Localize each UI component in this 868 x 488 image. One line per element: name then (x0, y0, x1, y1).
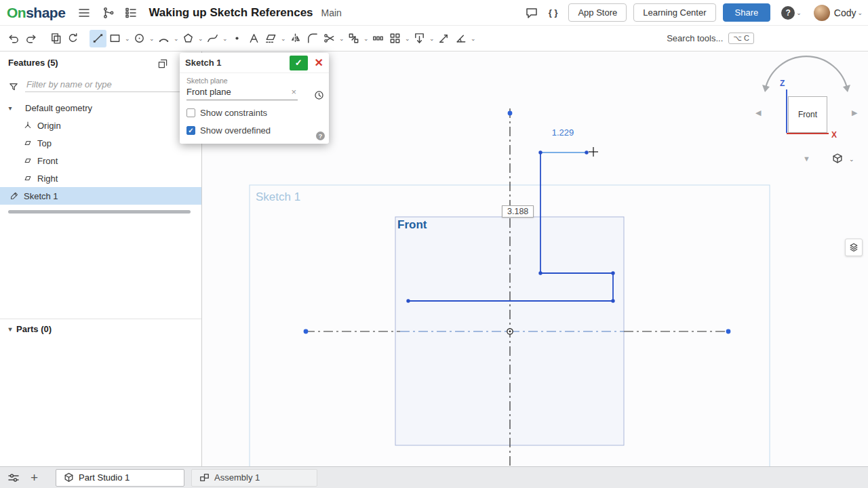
rectangle-tool-button[interactable] (106, 30, 123, 47)
rollback-bar[interactable] (8, 210, 191, 214)
parts-header[interactable]: ▾ Parts (0) (0, 319, 201, 338)
insert-image-tool-button[interactable] (411, 30, 428, 47)
main-menu-button[interactable] (77, 6, 91, 20)
user-name[interactable]: Cody (834, 7, 856, 18)
cube-icon (831, 152, 844, 165)
chevron-down-icon[interactable]: ⌄ (795, 9, 803, 16)
plane-icon (23, 156, 33, 165)
filter-input[interactable] (25, 77, 193, 92)
tab-part-studio-1[interactable]: Part Studio 1 (56, 469, 184, 487)
caret-down-icon[interactable]: ▾ (4, 325, 16, 333)
overdefined-dimension[interactable]: 3.188 (502, 205, 534, 218)
cancel-button[interactable]: ✕ (315, 56, 323, 69)
versions-button[interactable] (102, 6, 115, 20)
chevron-down-icon[interactable]: ⌄ (279, 35, 287, 42)
polygon-tool-button[interactable] (180, 30, 197, 47)
rotate-down-arrow-icon[interactable]: ▼ (803, 155, 810, 163)
tree-item-front-plane[interactable]: Front (0, 152, 201, 169)
tab-manager-button[interactable] (7, 471, 20, 485)
chevron-down-icon[interactable]: ⌄ (469, 35, 477, 42)
confirm-button[interactable]: ✓ (290, 56, 308, 70)
show-constraints-label: Show constraints (200, 108, 267, 118)
sketch-vertex[interactable] (611, 299, 614, 302)
chevron-down-icon[interactable]: ⌄ (428, 35, 435, 42)
chevron-down-icon[interactable]: ⌄ (148, 35, 155, 42)
chevron-down-icon[interactable]: ⌄ (848, 156, 856, 163)
new-tab-button[interactable]: + (31, 471, 38, 484)
construction-tool-icon (264, 32, 277, 45)
branch-selector[interactable]: Main (321, 7, 342, 18)
spline-tool-button[interactable] (204, 30, 221, 47)
rectangular-pattern-tool-button[interactable] (387, 30, 403, 47)
rotate-right-arrow-icon[interactable]: ▶ (852, 108, 857, 117)
reuse-button[interactable] (64, 30, 81, 47)
learning-center-button[interactable]: Learning Center (633, 3, 715, 22)
tree-item-default-geometry[interactable]: ▾ Default geometry (0, 99, 201, 117)
view-options-button[interactable] (831, 152, 844, 167)
feature-list-button[interactable] (124, 6, 138, 20)
parts-section: ▾ Parts (0) (0, 319, 201, 338)
tree-item-sketch-1[interactable]: Sketch 1 (0, 187, 201, 205)
tree-item-origin[interactable]: Origin (0, 117, 201, 134)
chevron-down-icon[interactable]: ⌄ (172, 35, 180, 42)
construction-tool-button[interactable] (262, 30, 279, 47)
help-button[interactable]: ? (781, 6, 795, 20)
sketch-vertex[interactable] (538, 271, 542, 274)
tree-item-right-plane[interactable]: Right (0, 169, 201, 187)
caret-down-icon[interactable]: ▾ (4, 104, 16, 112)
tab-assembly-1[interactable]: Assembly 1 (191, 469, 317, 487)
comments-button[interactable] (525, 6, 538, 20)
arc-tool-button[interactable] (155, 30, 172, 47)
display-panel-toggle[interactable] (845, 239, 863, 256)
circle-tool-button[interactable] (131, 30, 148, 47)
fillet-tool-button[interactable] (304, 30, 321, 47)
axis-endpoint[interactable] (508, 111, 513, 116)
search-tools[interactable]: Search tools... ⌥ C (667, 33, 754, 44)
rotate-left-arrow-icon[interactable]: ◀ (755, 108, 761, 117)
dimension-value[interactable]: 1.229 (539, 127, 587, 138)
chevron-down-icon[interactable]: ⌄ (362, 35, 370, 42)
chevron-down-icon[interactable]: ⌄ (221, 35, 229, 42)
angle-constraint-tool-button[interactable] (452, 30, 469, 47)
chevron-down-icon[interactable]: ⌄ (123, 35, 131, 42)
popout-panel-button[interactable] (157, 58, 168, 72)
copy-button[interactable] (47, 30, 64, 47)
selection-ring-button[interactable] (313, 89, 325, 104)
transform-tool-button[interactable] (345, 30, 362, 47)
app-store-button[interactable]: App Store (568, 3, 627, 22)
featurescript-icon[interactable]: { } (549, 7, 558, 18)
axis-endpoint[interactable] (726, 329, 731, 334)
clear-selection-icon[interactable]: × (290, 87, 298, 97)
chevron-down-icon[interactable]: ⌄ (338, 35, 345, 42)
avatar[interactable] (814, 5, 830, 21)
viewcube-front-face[interactable]: Front (788, 96, 827, 133)
sketch-plane-field[interactable]: Front plane × (186, 85, 298, 100)
chevron-down-icon[interactable]: ⌄ (856, 9, 864, 16)
insert-image-icon (413, 32, 426, 45)
features-panel-title: Features (5) (8, 58, 58, 68)
show-constraints-checkbox[interactable] (186, 108, 195, 117)
linear-pattern-tool-button[interactable] (370, 30, 387, 47)
point-tool-button[interactable] (229, 30, 245, 47)
dimension-tool-button[interactable] (435, 30, 452, 47)
sketch-vertex[interactable] (406, 299, 410, 302)
onshape-logo[interactable]: Onshape (7, 5, 65, 21)
sketch-vertex[interactable] (611, 271, 614, 274)
trim-tool-button[interactable] (321, 30, 338, 47)
redo-button[interactable] (22, 30, 39, 47)
sketch-vertex[interactable] (538, 150, 542, 154)
chevron-down-icon[interactable]: ⌄ (197, 35, 204, 42)
axis-endpoint[interactable] (304, 329, 309, 334)
tree-item-top-plane[interactable]: Top (0, 134, 201, 152)
sketch-vertex[interactable] (585, 150, 588, 154)
dialog-help-button[interactable]: ? (316, 131, 325, 140)
chevron-down-icon[interactable]: ⌄ (403, 35, 411, 42)
rotate-view-arc-icon[interactable] (745, 54, 868, 95)
undo-button[interactable] (5, 30, 22, 47)
mirror-tool-button[interactable] (287, 30, 304, 47)
share-button[interactable]: Share (723, 3, 771, 22)
document-title: Waking up Sketch References (149, 6, 313, 20)
text-tool-button[interactable] (245, 30, 262, 47)
line-tool-button[interactable] (90, 30, 106, 47)
show-overdefined-checkbox[interactable]: ✓ (186, 126, 195, 135)
